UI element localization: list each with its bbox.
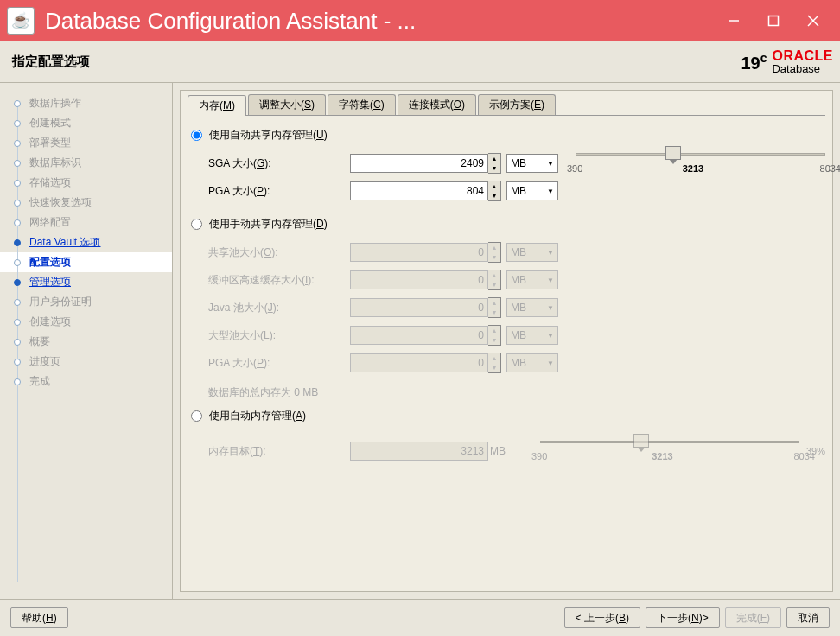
sga-slider[interactable]: 3908034 3213: [576, 146, 825, 181]
window-title: Database Configuration Assistant - ...: [45, 8, 714, 35]
sga-spinner[interactable]: ▲▼: [488, 153, 501, 174]
cancel-button[interactable]: 取消: [786, 607, 830, 628]
wizard-step-9[interactable]: 管理选项: [0, 272, 172, 292]
auto-mem-radio[interactable]: [191, 410, 202, 422]
wizard-step-11: 创建选项: [0, 312, 172, 332]
large_pool-label: 大型池大小(L):: [208, 328, 350, 343]
wizard-step-3: 数据库标识: [0, 153, 172, 173]
mem-target-input: [350, 442, 488, 461]
java_pool-row: Java 池大小(J):▲▼MB: [188, 294, 825, 321]
mem-target-unit: MB: [490, 445, 506, 457]
tab-3[interactable]: 连接模式(O): [398, 94, 476, 115]
sga-label: SGA 大小(G):: [208, 156, 350, 171]
pga2-row: PGA 大小(P):▲▼MB: [188, 349, 825, 377]
pga-unit-select[interactable]: MB: [506, 181, 558, 200]
pga2-input: [350, 353, 488, 372]
back-button[interactable]: < 上一步(B): [564, 607, 640, 628]
pga-row: PGA 大小(P): ▲▼ MB: [188, 177, 825, 205]
shared_pool-unit: MB: [506, 243, 558, 262]
tabs: 内存(M)调整大小(S)字符集(C)连接模式(O)示例方案(E): [188, 94, 825, 116]
wizard-step-1: 创建模式: [0, 113, 172, 133]
total-memory-text: 数据库的总内存为 0 MB: [188, 377, 825, 405]
pga2-label: PGA 大小(P):: [208, 356, 350, 371]
mem-target-row: 内存目标(T): MB 3908034 3213 39%: [188, 430, 825, 472]
minimize-button[interactable]: [714, 0, 754, 41]
auto-shared-radio[interactable]: [191, 130, 202, 141]
java-app-icon: ☕: [7, 7, 35, 35]
wizard-steps-sidebar: 数据库操作创建模式部署类型数据库标识存储选项快速恢复选项网络配置Data Vau…: [0, 83, 173, 599]
auto-mem-label: 使用自动内存管理(A): [209, 409, 306, 423]
wizard-step-14: 完成: [0, 372, 172, 391]
wizard-step-13: 进度页: [0, 352, 172, 372]
finish-button: 完成(F): [725, 607, 781, 628]
shared_pool-input: [350, 243, 488, 262]
mem-target-slider: 3908034 3213: [540, 434, 799, 468]
auto-shared-label: 使用自动共享内存管理(U): [209, 128, 328, 143]
shared_pool-label: 共享池大小(O):: [208, 245, 350, 260]
tab-0[interactable]: 内存(M): [188, 95, 246, 116]
wizard-step-0: 数据库操作: [0, 93, 172, 113]
java_pool-label: Java 池大小(J):: [208, 301, 350, 315]
java_pool-unit: MB: [506, 298, 558, 317]
large_pool-spinner: ▲▼: [488, 325, 501, 346]
titlebar: ☕ Database Configuration Assistant - ...: [0, 0, 840, 41]
heading-row: 指定配置选项 19c ORACLE Database: [0, 41, 840, 83]
wizard-step-5: 快速恢复选项: [0, 193, 172, 213]
mem-target-label: 内存目标(T):: [208, 444, 350, 459]
large_pool-unit: MB: [506, 326, 558, 345]
manual-shared-radio-row[interactable]: 使用手动共享内存管理(D): [188, 213, 825, 238]
buffer_cache-unit: MB: [506, 270, 558, 289]
buffer_cache-label: 缓冲区高速缓存大小(I):: [208, 273, 350, 288]
content-area: 指定配置选项 19c ORACLE Database 数据库操作创建模式部署类型…: [0, 41, 840, 636]
svg-rect-1: [769, 16, 779, 26]
large_pool-input: [350, 326, 488, 345]
wizard-step-4: 存储选项: [0, 173, 172, 193]
page-heading: 指定配置选项: [12, 54, 741, 70]
wizard-step-12: 概要: [0, 332, 172, 352]
auto-mem-radio-row[interactable]: 使用自动内存管理(A): [188, 405, 825, 430]
shared_pool-row: 共享池大小(O):▲▼MB: [188, 238, 825, 266]
memory-config-panel: 内存(M)调整大小(S)字符集(C)连接模式(O)示例方案(E) 使用自动共享内…: [180, 90, 833, 592]
main-panel: 内存(M)调整大小(S)字符集(C)连接模式(O)示例方案(E) 使用自动共享内…: [173, 83, 840, 599]
wizard-step-8[interactable]: 配置选项: [0, 252, 172, 272]
wizard-step-7[interactable]: Data Vault 选项: [0, 232, 172, 252]
pga-label: PGA 大小(P):: [208, 184, 350, 199]
oracle-logo: 19c ORACLE Database: [741, 48, 833, 75]
pga-input[interactable]: [350, 181, 488, 200]
sga-input[interactable]: [350, 154, 488, 173]
tab-1[interactable]: 调整大小(S): [248, 94, 326, 115]
next-button[interactable]: 下一步(N)>: [646, 607, 720, 628]
shared_pool-spinner: ▲▼: [488, 242, 501, 263]
tab-2[interactable]: 字符集(C): [328, 94, 396, 115]
manual-shared-label: 使用手动共享内存管理(D): [209, 217, 328, 232]
manual-shared-radio[interactable]: [191, 219, 202, 230]
java_pool-spinner: ▲▼: [488, 297, 501, 318]
mid-row: 数据库操作创建模式部署类型数据库标识存储选项快速恢复选项网络配置Data Vau…: [0, 83, 840, 600]
pga2-spinner: ▲▼: [488, 353, 501, 373]
buffer_cache-row: 缓冲区高速缓存大小(I):▲▼MB: [188, 266, 825, 294]
help-button[interactable]: 帮助(H): [10, 607, 68, 628]
tab-4[interactable]: 示例方案(E): [478, 94, 556, 115]
wizard-step-6: 网络配置: [0, 213, 172, 232]
java_pool-input: [350, 298, 488, 317]
buffer_cache-input: [350, 270, 488, 289]
sga-unit-select[interactable]: MB: [506, 154, 558, 173]
buffer_cache-spinner: ▲▼: [488, 270, 501, 290]
footer: 帮助(H) < 上一步(B) 下一步(N)> 完成(F) 取消: [0, 600, 840, 636]
wizard-step-10: 用户身份证明: [0, 292, 172, 312]
wizard-step-2: 部署类型: [0, 133, 172, 153]
maximize-button[interactable]: [754, 0, 793, 41]
close-button[interactable]: [793, 0, 833, 41]
sga-row: SGA 大小(G): ▲▼ MB 3908034 3213: [188, 149, 825, 177]
pga-spinner[interactable]: ▲▼: [488, 181, 501, 201]
large_pool-row: 大型池大小(L):▲▼MB: [188, 321, 825, 349]
pga2-unit: MB: [506, 353, 558, 372]
